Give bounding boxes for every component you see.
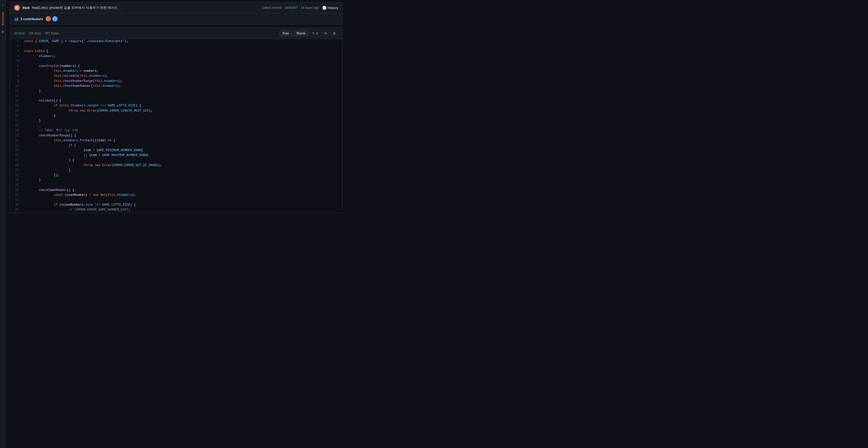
contributors-icon: 👥 (14, 17, 18, 21)
line-code (23, 183, 342, 187)
sidebar-toggle[interactable]: > (1, 2, 5, 8)
table-row: 18 (10, 123, 342, 128)
line-number: 14 (10, 103, 23, 108)
line-number: 20 (10, 133, 23, 138)
table-row: 13 validate() { (10, 98, 342, 103)
commit-message: feat(Lotto): private한 값을 외부에서 사용하기 위한 메서… (32, 5, 118, 10)
table-row: 32 const sizedNumbers = new Set(this.#nu… (10, 193, 342, 198)
delete-button[interactable]: 🗑 (330, 30, 338, 37)
file-size: 857 Bytes (45, 32, 59, 35)
line-code: } (23, 89, 342, 93)
line-number: 16 (10, 113, 23, 118)
line-code: if (this.#numbers.length !== GAME.LOTTO_… (23, 103, 342, 108)
copy-icon: ⧉ (324, 31, 327, 35)
line-code: #numbers; (23, 54, 342, 59)
commit-bar: R Rki0 feat(Lotto): private한 값을 외부에서 사용하… (10, 2, 343, 13)
copy-button[interactable]: ⧉ (322, 30, 329, 37)
line-number: 34 (10, 203, 23, 207)
line-code: ) { (23, 158, 342, 163)
line-number: 17 (10, 118, 23, 123)
latest-commit-label: Latest commit (262, 6, 282, 9)
table-row: 25 ) { (10, 158, 342, 163)
line-number: 31 (10, 188, 23, 193)
sidebar-menu-icon[interactable]: ≡ (2, 30, 4, 34)
sloc-count: (36 sloc) (29, 32, 41, 35)
line-number: 24 (10, 153, 23, 158)
commit-right: Latest commit 2e56267 14 hours ago 🕐 His… (262, 6, 338, 10)
trash-icon: 🗑 (333, 32, 336, 35)
line-code: this.#numbers.forEach((item) => { (23, 138, 342, 143)
line-number: 13 (10, 98, 23, 103)
line-number: 25 (10, 158, 23, 163)
history-button[interactable]: 🕐 History (322, 6, 338, 10)
line-code: } (23, 178, 342, 183)
table-row: 35 // (ERROR.ERROR_GAME_NUMBER_EXOT) (10, 207, 342, 212)
table-row: 5 (10, 59, 342, 64)
line-number: 29 (10, 178, 23, 183)
commit-ellipsis: ··· (120, 6, 123, 10)
file-header: 44 lines (36 sloc) 857 Bytes Raw Blame ✎… (10, 28, 342, 39)
line-code (23, 44, 342, 49)
line-number: 35 (10, 207, 23, 212)
table-row: 9 this.checkNumberRange(this.#numbers); (10, 79, 342, 84)
line-code (23, 123, 342, 128)
line-number: 28 (10, 173, 23, 178)
line-code: // (ERROR.ERROR_GAME_NUMBER_EXOT) (23, 207, 342, 212)
line-code: if (sizedNumbers.size !== GAME.LOTTO_SIZ… (23, 203, 342, 207)
line-code: } (23, 118, 342, 123)
line-number: 23 (10, 148, 23, 153)
line-code: // TODO: 추가 기능 구현 (23, 128, 342, 133)
line-number: 21 (10, 138, 23, 143)
line-code: this.validate(this.#numbers); (23, 73, 342, 79)
line-code (23, 93, 342, 98)
line-code: throw new Error(ERROR.ERROR_LENGTH_MUST_… (23, 109, 342, 113)
main-content: R Rki0 feat(Lotto): private한 값을 외부에서 사용하… (6, 0, 347, 448)
history-label: History (328, 6, 338, 10)
commit-author-avatar: R (14, 5, 20, 10)
line-code: constructor(numbers) { (23, 64, 342, 69)
blame-button[interactable]: Blame (293, 30, 309, 36)
table-row: 21 this.#numbers.forEach((item) => { (10, 138, 342, 143)
line-code (23, 198, 342, 203)
commit-hash[interactable]: 2e56267 (285, 6, 298, 9)
table-row: 31 checkSameNumber() { (10, 188, 342, 193)
table-row: 24 || item > GAME.MAXIMUM_NUMBER_RANGE (10, 153, 342, 158)
contributors-count: 2 contributors (21, 17, 43, 21)
sidebar: > Octotree ≡ (0, 0, 6, 448)
line-number: 3 (10, 49, 23, 54)
sidebar-app-name: Octotree (1, 12, 4, 26)
commit-left: R Rki0 feat(Lotto): private한 값을 외부에서 사용하… (14, 5, 123, 10)
line-number: 9 (10, 79, 23, 84)
edit-button[interactable]: ✎ ▼ (310, 30, 321, 37)
table-row: 20 checkNumberRange() { (10, 133, 342, 138)
line-number: 7 (10, 69, 23, 73)
file-container: 44 lines (36 sloc) 857 Bytes Raw Blame ✎… (10, 28, 343, 213)
line-code: item < GAME.MINIMUM_NUMBER_RANGE (23, 148, 342, 153)
table-row: 12 (10, 93, 342, 98)
commit-author-name: Rki0 (23, 6, 29, 10)
contributor-avatar-2 (52, 16, 58, 22)
table-row: 28 }); (10, 173, 342, 178)
table-row: 4 #numbers; (10, 54, 342, 59)
line-number: 10 (10, 84, 23, 89)
line-number: 12 (10, 93, 23, 98)
line-code: class Lotto { (23, 49, 342, 54)
line-code: throw new Error(ERROR.ERROR_OUT_OF_RANGE… (23, 163, 342, 168)
line-code: checkSameNumber() { (23, 188, 342, 193)
line-code: if ( (23, 143, 342, 148)
table-row: 16 } (10, 113, 342, 118)
line-code: checkNumberRange() { (23, 133, 342, 138)
edit-dropdown-icon: ▼ (315, 32, 319, 35)
table-row: 10 this.checkSameNumber(this.#numbers); (10, 84, 342, 89)
line-number: 19 (10, 128, 23, 133)
raw-button[interactable]: Raw (279, 30, 292, 36)
table-row: 7 this.#numbers = numbers; (10, 69, 342, 73)
line-code: const sizedNumbers = new Set(this.#numbe… (23, 193, 342, 198)
file-actions: Raw Blame ✎ ▼ ⧉ 🗑 (279, 30, 338, 37)
file-stats: 44 lines (36 sloc) 857 Bytes (14, 32, 59, 35)
table-row: 33 (10, 198, 342, 203)
table-row: 11 } (10, 89, 342, 93)
line-number: 6 (10, 64, 23, 69)
table-row: 2 (10, 44, 342, 49)
table-row: 22 if ( (10, 143, 342, 148)
